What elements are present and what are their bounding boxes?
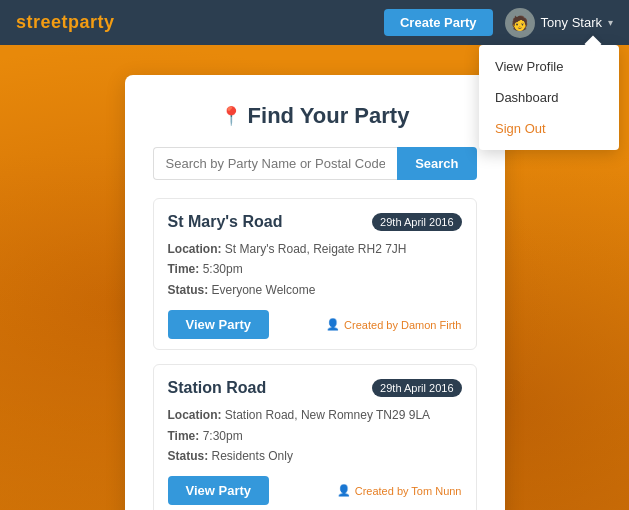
party-info-2: Location: Station Road, New Romney TN29 …	[168, 405, 462, 466]
party-time-2: Time: 7:30pm	[168, 426, 462, 446]
navbar: streetparty Create Party 🧑 Tony Stark ▾	[0, 0, 629, 45]
party-card-1: St Mary's Road 29th April 2016 Location:…	[153, 198, 477, 350]
person-icon-1: 👤	[326, 318, 340, 331]
view-party-button-2[interactable]: View Party	[168, 476, 270, 505]
dropdown-item-sign-out[interactable]: Sign Out	[479, 113, 619, 144]
user-menu-trigger[interactable]: 🧑 Tony Stark ▾	[505, 8, 613, 38]
brand-name: streetparty	[16, 12, 115, 32]
party-name-2: Station Road	[168, 379, 267, 397]
party-card-2: Station Road 29th April 2016 Location: S…	[153, 364, 477, 510]
search-input[interactable]	[153, 147, 398, 180]
party-location-2: Location: Station Road, New Romney TN29 …	[168, 405, 462, 425]
navbar-right: Create Party 🧑 Tony Stark ▾	[384, 8, 613, 38]
person-icon-2: 👤	[337, 484, 351, 497]
view-party-button-1[interactable]: View Party	[168, 310, 270, 339]
party-status-2: Status: Residents Only	[168, 446, 462, 466]
location-icon: 📍	[220, 105, 242, 127]
party-footer-1: View Party 👤 Created by Damon Firth	[168, 310, 462, 339]
user-dropdown-menu: View Profile Dashboard Sign Out	[479, 45, 619, 150]
create-party-button[interactable]: Create Party	[384, 9, 493, 36]
user-name: Tony Stark	[541, 15, 602, 30]
find-party-card: 📍 Find Your Party Search St Mary's Road …	[125, 75, 505, 510]
party-date-1: 29th April 2016	[372, 213, 461, 231]
search-button[interactable]: Search	[397, 147, 476, 180]
party-footer-2: View Party 👤 Created by Tom Nunn	[168, 476, 462, 505]
party-header-1: St Mary's Road 29th April 2016	[168, 213, 462, 231]
created-by-2: 👤 Created by Tom Nunn	[337, 484, 462, 497]
dropdown-item-view-profile[interactable]: View Profile	[479, 51, 619, 82]
party-name-1: St Mary's Road	[168, 213, 283, 231]
avatar: 🧑	[505, 8, 535, 38]
party-status-1: Status: Everyone Welcome	[168, 280, 462, 300]
party-header-2: Station Road 29th April 2016	[168, 379, 462, 397]
dropdown-item-dashboard[interactable]: Dashboard	[479, 82, 619, 113]
party-info-1: Location: St Mary's Road, Reigate RH2 7J…	[168, 239, 462, 300]
search-row: Search	[153, 147, 477, 180]
party-time-1: Time: 5:30pm	[168, 259, 462, 279]
brand-logo: streetparty	[16, 12, 115, 33]
card-title: 📍 Find Your Party	[153, 103, 477, 129]
party-date-2: 29th April 2016	[372, 379, 461, 397]
chevron-down-icon: ▾	[608, 17, 613, 28]
created-by-1: 👤 Created by Damon Firth	[326, 318, 461, 331]
party-location-1: Location: St Mary's Road, Reigate RH2 7J…	[168, 239, 462, 259]
